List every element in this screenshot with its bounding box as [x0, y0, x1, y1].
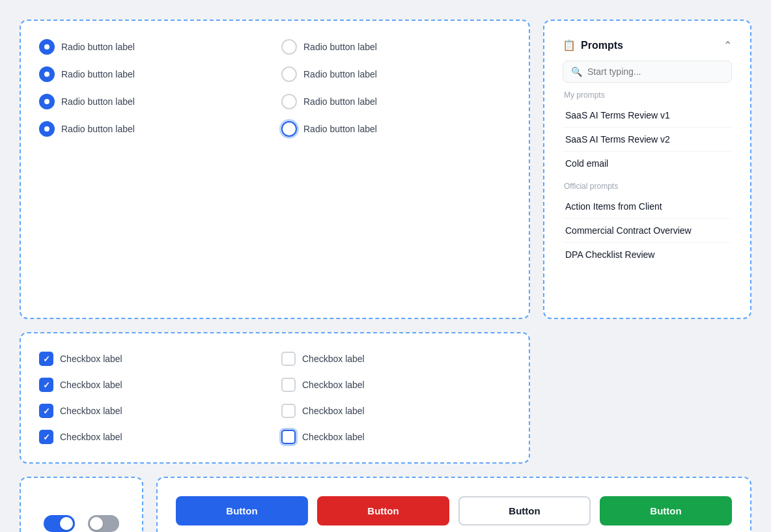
checkbox-label: Checkbox label: [302, 406, 365, 416]
checkbox-item: Checkbox label: [39, 404, 268, 418]
radio-button[interactable]: [281, 94, 297, 109]
checkbox-item: Checkbox label: [281, 352, 511, 366]
radio-item: Radio button label: [39, 94, 268, 109]
radio-button[interactable]: [39, 94, 55, 109]
radio-label: Radio button label: [303, 69, 377, 79]
radio-item: Radio button label: [39, 121, 268, 137]
official-prompts-list: Action Items from ClientCommercial Contr…: [563, 195, 732, 266]
radio-label: Radio button label: [61, 96, 135, 107]
my-prompts-label: My prompts: [563, 91, 732, 100]
search-icon: 🔍: [571, 66, 582, 77]
radio-label: Radio button label: [303, 124, 377, 134]
checkbox-item: Checkbox label: [39, 378, 268, 392]
button-panel: ButtonButtonButtonButtonButtonButtonButt…: [156, 477, 751, 532]
button-white[interactable]: Button: [458, 496, 591, 525]
toggle-thumb: [60, 517, 73, 530]
official-prompts-label: Official prompts: [563, 182, 732, 191]
radio-label: Radio button label: [61, 69, 135, 79]
checkbox-item: Checkbox label: [39, 430, 268, 444]
prompts-panel: 📋 Prompts ⌃ 🔍 My prompts SaaS AI Terms R…: [543, 20, 751, 319]
checkbox-label: Checkbox label: [302, 380, 365, 390]
checkbox-box[interactable]: [39, 378, 53, 392]
radio-item: Radio button label: [39, 66, 268, 82]
spacer: [543, 332, 751, 464]
radio-button[interactable]: [281, 39, 297, 55]
toggle-thumb: [90, 517, 103, 530]
search-input[interactable]: [587, 66, 723, 77]
chevron-up-icon[interactable]: ⌃: [723, 39, 732, 51]
checkbox-label: Checkbox label: [302, 432, 365, 442]
radio-panel: Radio button labelRadio button labelRadi…: [20, 20, 530, 319]
prompts-header: 📋 Prompts ⌃: [563, 39, 732, 51]
radio-item: Radio button label: [281, 94, 511, 109]
button-grid: ButtonButtonButtonButtonButtonButtonButt…: [176, 496, 732, 532]
checkbox-box[interactable]: [281, 378, 296, 392]
checkbox-item: Checkbox label: [281, 404, 511, 418]
radio-label: Radio button label: [303, 42, 377, 52]
middle-row: Checkbox labelCheckbox labelCheckbox lab…: [20, 332, 751, 464]
radio-item: Radio button label: [281, 66, 511, 82]
checkbox-grid: Checkbox labelCheckbox labelCheckbox lab…: [39, 352, 511, 444]
top-row: Radio button labelRadio button labelRadi…: [20, 20, 751, 319]
checkbox-label: Checkbox label: [302, 354, 365, 364]
radio-button[interactable]: [281, 66, 297, 82]
prompts-header-left: 📋 Prompts: [563, 39, 623, 51]
checkbox-box[interactable]: [39, 352, 53, 366]
radio-item: Radio button label: [281, 39, 511, 55]
my-prompts-list: SaaS AI Terms Review v1SaaS AI Terms Rev…: [563, 104, 732, 175]
checkbox-item: Checkbox label: [281, 430, 511, 444]
bottom-row: ButtonButtonButtonButtonButtonButtonButt…: [20, 477, 751, 532]
checkbox-label: Checkbox label: [60, 354, 122, 364]
checkbox-label: Checkbox label: [60, 380, 122, 390]
radio-button[interactable]: [39, 121, 55, 137]
prompt-item[interactable]: DPA Checklist Review: [563, 243, 732, 266]
radio-button[interactable]: [39, 66, 55, 82]
toggle-grid: [44, 515, 119, 532]
checkbox-box[interactable]: [39, 404, 53, 418]
prompt-item[interactable]: Action Items from Client: [563, 195, 732, 219]
checkbox-label: Checkbox label: [60, 432, 122, 442]
checkbox-item: Checkbox label: [281, 378, 511, 392]
main-layout: Radio button labelRadio button labelRadi…: [20, 20, 751, 532]
toggle-panel: [20, 477, 143, 532]
prompts-icon: 📋: [563, 39, 576, 51]
toggle[interactable]: [88, 515, 119, 532]
button-blue[interactable]: Button: [176, 496, 308, 525]
prompt-item[interactable]: SaaS AI Terms Review v2: [563, 128, 732, 152]
prompts-title: Prompts: [581, 40, 623, 51]
prompt-item[interactable]: Commercial Contract Overview: [563, 219, 732, 243]
toggle[interactable]: [44, 515, 75, 532]
checkbox-box[interactable]: [39, 430, 53, 444]
radio-item: Radio button label: [281, 121, 511, 137]
button-green[interactable]: Button: [600, 496, 732, 525]
checkbox-item: Checkbox label: [39, 352, 268, 366]
prompt-item[interactable]: SaaS AI Terms Review v1: [563, 104, 732, 128]
radio-grid: Radio button labelRadio button labelRadi…: [39, 39, 511, 137]
radio-item: Radio button label: [39, 39, 268, 55]
checkbox-box[interactable]: [281, 404, 296, 418]
checkbox-panel: Checkbox labelCheckbox labelCheckbox lab…: [20, 332, 530, 464]
checkbox-box[interactable]: [281, 352, 296, 366]
radio-label: Radio button label: [303, 96, 377, 107]
checkbox-label: Checkbox label: [60, 406, 122, 416]
radio-label: Radio button label: [61, 124, 135, 134]
radio-button[interactable]: [39, 39, 55, 55]
checkbox-box[interactable]: [281, 430, 296, 444]
button-red[interactable]: Button: [317, 496, 449, 525]
toggle-wrap: [44, 515, 75, 532]
radio-button[interactable]: [281, 121, 297, 137]
prompts-search-bar: 🔍: [563, 61, 732, 83]
toggle-wrap: [88, 515, 119, 532]
radio-label: Radio button label: [61, 42, 135, 52]
prompt-item[interactable]: Cold email: [563, 152, 732, 175]
